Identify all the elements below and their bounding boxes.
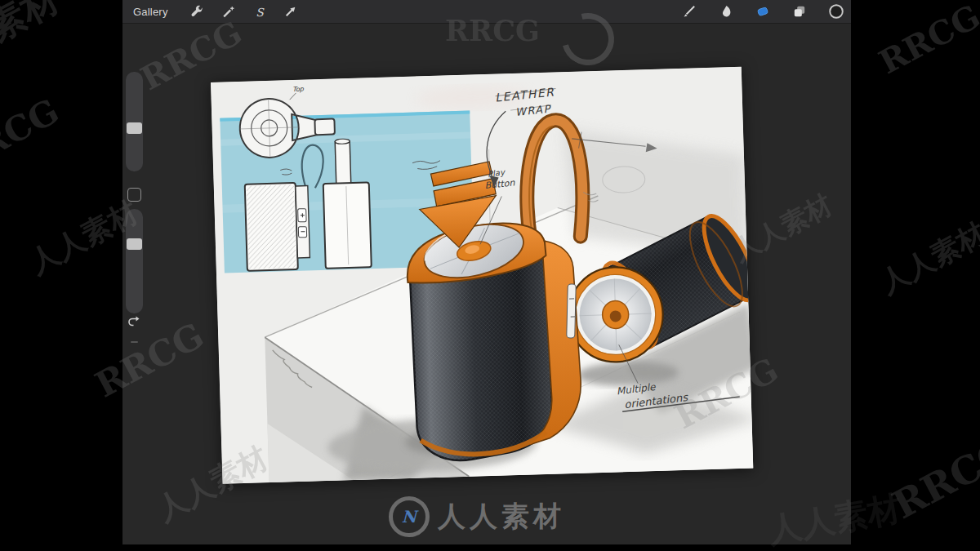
modify-button[interactable] xyxy=(127,188,141,202)
annotation-top-view: Top xyxy=(292,86,305,93)
opacity-handle[interactable] xyxy=(127,238,142,250)
layers-icon[interactable] xyxy=(790,2,809,20)
drawing-canvas[interactable]: LEATHER WRAP Play Button Multiple orient… xyxy=(211,67,753,484)
brush-tool-icon[interactable] xyxy=(679,2,699,20)
opacity-slider[interactable] xyxy=(126,209,143,313)
eraser-tool-icon[interactable] xyxy=(753,2,773,20)
transform-arrow-icon[interactable] xyxy=(281,2,301,20)
undo-button[interactable] xyxy=(127,315,142,328)
left-black-bar xyxy=(0,0,122,551)
color-swatch-icon[interactable] xyxy=(826,2,846,20)
brush-size-handle[interactable] xyxy=(127,122,142,134)
bottom-black-bar xyxy=(0,544,980,551)
procreate-workspace: Gallery S xyxy=(122,0,851,551)
top-toolbar: Gallery S xyxy=(122,0,851,24)
selection-s-icon[interactable]: S xyxy=(250,2,270,20)
screen: Gallery S xyxy=(0,0,980,551)
brush-size-slider[interactable] xyxy=(126,72,143,171)
right-black-bar xyxy=(851,0,980,551)
redo-button[interactable] xyxy=(131,341,138,343)
actions-wrench-icon[interactable] xyxy=(188,2,207,20)
smudge-tool-icon[interactable] xyxy=(716,2,736,20)
adjustments-wand-icon[interactable] xyxy=(219,2,238,20)
product-sketch: LEATHER WRAP Play Button Multiple orient… xyxy=(211,67,753,484)
svg-text:S: S xyxy=(256,5,265,18)
gallery-button[interactable]: Gallery xyxy=(133,6,176,18)
